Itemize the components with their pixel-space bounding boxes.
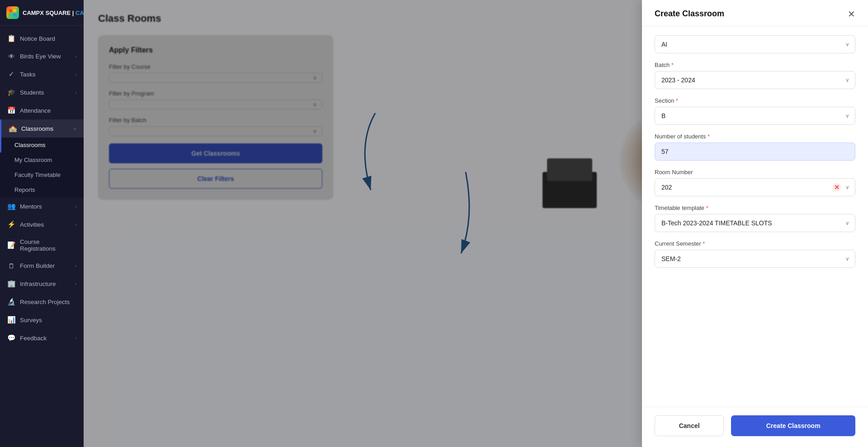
sidebar-item-birds-eye-view[interactable]: 👁 Birds Eye View ›	[0, 48, 84, 65]
course-field[interactable]	[655, 35, 855, 53]
sidebar-item-research-projects[interactable]: 🔬 Research Projects	[0, 293, 84, 311]
infrastructure-icon: 🏢	[7, 280, 15, 288]
classrooms-icon: 🏫	[9, 124, 17, 133]
sidebar-item-attendance[interactable]: 📅 Attendance	[0, 101, 84, 119]
activities-icon: ⚡	[7, 220, 15, 228]
room-number-field[interactable]	[655, 178, 855, 196]
room-number-form-group: Room Number ✕ ∨	[655, 169, 855, 196]
timetable-template-select-wrap: ∨	[655, 214, 855, 232]
section-select-wrap: ∨	[655, 107, 855, 125]
sidebar-sub-item-classrooms[interactable]: Classrooms	[0, 138, 84, 152]
sub-item-label: Faculty Timetable	[14, 171, 76, 178]
surveys-icon: 📊	[7, 316, 15, 324]
chevron-right-icon: ›	[75, 72, 76, 77]
svg-rect-0	[9, 9, 12, 12]
sidebar-item-label: Activities	[20, 221, 71, 228]
section-form-group: Section * ∨	[655, 97, 855, 125]
current-semester-select-wrap: ∨	[655, 250, 855, 268]
sidebar-item-label: Form Builder	[20, 262, 71, 269]
section-field[interactable]	[655, 107, 855, 125]
batch-field[interactable]	[655, 71, 855, 89]
course-select-wrap: ∨	[655, 35, 855, 53]
modal-close-button[interactable]: ✕	[848, 10, 855, 19]
sidebar-item-course-registrations[interactable]: 📝 Course Registrations	[0, 233, 84, 257]
svg-rect-1	[13, 9, 16, 12]
current-semester-field[interactable]	[655, 250, 855, 268]
attendance-icon: 📅	[7, 106, 15, 114]
students-icon: 🎓	[7, 88, 15, 96]
sidebar-item-label: Feedback	[20, 335, 71, 342]
sidebar-item-label: Notice Board	[20, 35, 76, 42]
mentors-icon: 👥	[7, 202, 15, 210]
sidebar-item-notice-board[interactable]: 📋 Notice Board	[0, 29, 84, 48]
sidebar-item-classrooms[interactable]: 🏫 Classrooms ∨	[0, 119, 84, 138]
sidebar-item-students[interactable]: 🎓 Students ›	[0, 83, 84, 101]
sidebar-item-feedback[interactable]: 💬 Feedback ›	[0, 329, 84, 347]
sidebar-item-surveys[interactable]: 📊 Surveys	[0, 311, 84, 329]
sidebar-item-label: Classrooms	[21, 125, 69, 132]
sub-item-label: Reports	[14, 186, 76, 193]
num-students-field[interactable]	[655, 143, 855, 161]
room-number-label: Room Number	[655, 169, 855, 176]
num-students-label: Number of students *	[655, 133, 855, 140]
classrooms-submenu: Classrooms My Classroom Faculty Timetabl…	[0, 138, 84, 197]
course-form-group: ∨	[655, 35, 855, 53]
sidebar-item-activities[interactable]: ⚡ Activities ›	[0, 215, 84, 233]
current-semester-label: Current Semester *	[655, 240, 855, 247]
logo-icon	[6, 6, 19, 19]
sidebar-sub-item-faculty-timetable[interactable]: Faculty Timetable	[0, 167, 84, 182]
chevron-right-icon: ›	[75, 336, 76, 341]
room-number-select-wrap: ✕ ∨	[655, 178, 855, 196]
sidebar-item-label: Course Registrations	[20, 238, 76, 252]
chevron-right-icon: ›	[75, 204, 76, 209]
sidebar-item-label: Students	[20, 89, 71, 96]
sidebar-item-label: Surveys	[20, 317, 76, 323]
sidebar-nav: 📋 Notice Board 👁 Birds Eye View › ✓ Task…	[0, 26, 84, 447]
modal-body: ∨ Batch * ∨ Section * ∨	[642, 26, 868, 407]
sidebar-item-label: Research Projects	[20, 299, 76, 305]
sidebar-sub-item-my-classroom[interactable]: My Classroom	[0, 152, 84, 167]
sidebar-item-label: Birds Eye View	[20, 53, 71, 60]
modal-title: Create Classroom	[655, 9, 724, 19]
modal-footer: Cancel Create Classroom	[642, 407, 868, 447]
feedback-icon: 💬	[7, 334, 15, 342]
svg-rect-2	[9, 13, 12, 16]
sidebar-sub-item-reports[interactable]: Reports	[0, 182, 84, 197]
svg-rect-3	[13, 13, 16, 16]
timetable-template-form-group: Timetable template * ∨	[655, 204, 855, 232]
app-name: CAMPX SQUARE | CAMPX	[23, 10, 84, 16]
sidebar-item-tasks[interactable]: ✓ Tasks ›	[0, 65, 84, 83]
create-classroom-button[interactable]: Create Classroom	[731, 415, 855, 436]
form-builder-icon: 🗒	[7, 262, 15, 270]
create-classroom-modal: Create Classroom ✕ ∨ Batch * ∨ Section *	[642, 0, 868, 447]
chevron-right-icon: ›	[75, 90, 76, 95]
sidebar-item-form-builder[interactable]: 🗒 Form Builder ›	[0, 257, 84, 275]
current-semester-form-group: Current Semester * ∨	[655, 240, 855, 268]
sidebar-item-label: Mentors	[20, 203, 71, 210]
cancel-button[interactable]: Cancel	[655, 415, 724, 436]
sidebar-item-label: Attendance	[20, 107, 76, 114]
room-number-clear-button[interactable]: ✕	[833, 183, 841, 191]
modal-header: Create Classroom ✕	[642, 0, 868, 26]
sidebar-item-label: Infrastructure	[20, 281, 71, 287]
notice-board-icon: 📋	[7, 34, 15, 43]
birds-eye-view-icon: 👁	[7, 52, 15, 60]
section-label: Section *	[655, 97, 855, 104]
sidebar-item-infrastructure[interactable]: 🏢 Infrastructure ›	[0, 275, 84, 293]
tasks-icon: ✓	[7, 70, 15, 78]
batch-form-group: Batch * ∨	[655, 62, 855, 89]
chevron-right-icon: ›	[75, 281, 76, 286]
chevron-right-icon: ›	[75, 263, 76, 268]
research-projects-icon: 🔬	[7, 298, 15, 306]
timetable-template-field[interactable]	[655, 214, 855, 232]
batch-select-wrap: ∨	[655, 71, 855, 89]
chevron-down-icon: ∨	[73, 126, 76, 131]
sidebar: CAMPX SQUARE | CAMPX 📋 Notice Board 👁 Bi…	[0, 0, 84, 447]
num-students-form-group: Number of students *	[655, 133, 855, 161]
chevron-right-icon: ›	[75, 222, 76, 227]
sidebar-item-mentors[interactable]: 👥 Mentors ›	[0, 197, 84, 215]
sidebar-item-label: Tasks	[20, 71, 71, 78]
chevron-right-icon: ›	[75, 54, 76, 59]
logo-area: CAMPX SQUARE | CAMPX	[0, 0, 84, 26]
course-registrations-icon: 📝	[7, 241, 15, 249]
